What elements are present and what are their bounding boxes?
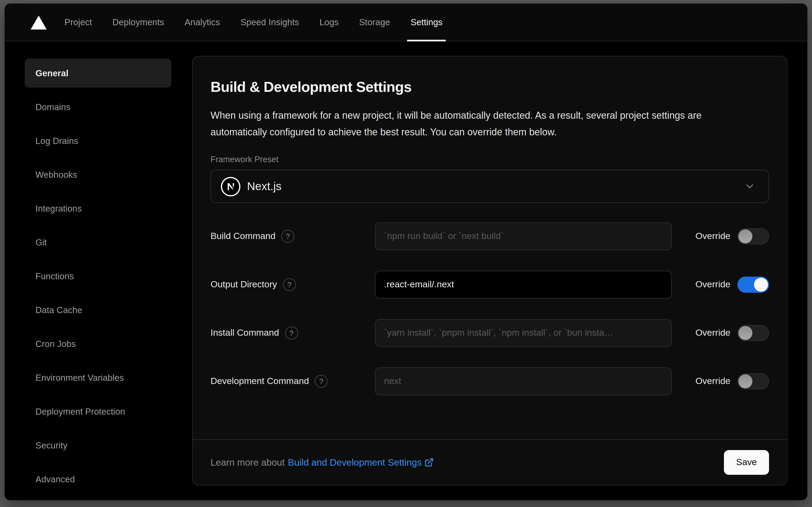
sidebar-item-log-drains[interactable]: Log Drains: [25, 126, 171, 155]
tab-logs[interactable]: Logs: [309, 4, 349, 41]
framework-preset-label: Framework Preset: [211, 155, 769, 164]
tab-analytics[interactable]: Analytics: [174, 4, 230, 41]
sidebar-item-git[interactable]: Git: [25, 228, 171, 257]
page-root: Project Deployments Analytics Speed Insi…: [0, 0, 812, 507]
nextjs-logo-icon: [221, 176, 241, 196]
install-command-override-toggle[interactable]: [737, 325, 769, 341]
sidebar-item-domains[interactable]: Domains: [25, 92, 171, 121]
build-command-input[interactable]: [375, 222, 672, 250]
toggle-knob: [739, 229, 752, 243]
output-directory-override-toggle[interactable]: [737, 277, 769, 293]
toggle-knob: [739, 326, 752, 340]
output-directory-override: Override: [695, 277, 769, 293]
card-footer: Learn more about Build and Development S…: [193, 439, 787, 485]
learn-more-prefix: Learn more about: [211, 457, 285, 468]
sidebar-list: General Domains Log Drains Webhooks Inte…: [5, 59, 192, 494]
sidebar-item-general[interactable]: General: [25, 59, 171, 88]
toggle-knob: [754, 278, 768, 292]
tab-deployments[interactable]: Deployments: [102, 4, 175, 41]
build-development-settings-card: Build & Development Settings When using …: [192, 56, 787, 486]
install-command-row: Install Command Override: [211, 319, 769, 347]
card-description: When using a framework for a new project…: [211, 107, 756, 141]
help-icon[interactable]: [285, 327, 298, 339]
install-command-override: Override: [695, 325, 769, 341]
sidebar-item-integrations[interactable]: Integrations: [25, 194, 171, 223]
sidebar-item-data-cache[interactable]: Data Cache: [25, 295, 171, 324]
settings-sidebar: General Domains Log Drains Webhooks Inte…: [5, 42, 192, 500]
vercel-logo-icon[interactable]: [31, 15, 47, 29]
sidebar-item-functions[interactable]: Functions: [25, 262, 171, 291]
development-command-row: Development Command Override: [211, 368, 769, 395]
help-icon[interactable]: [315, 375, 328, 388]
help-icon[interactable]: [281, 230, 294, 243]
sidebar-item-cron-jobs[interactable]: Cron Jobs: [25, 329, 171, 358]
field-label-text: Build Command: [211, 231, 276, 242]
development-command-label: Development Command: [211, 375, 375, 388]
install-command-input[interactable]: [375, 319, 672, 347]
sidebar-item-security[interactable]: Security: [25, 431, 171, 460]
framework-preset-select[interactable]: Next.js: [211, 170, 769, 203]
help-icon[interactable]: [283, 278, 296, 291]
field-label-text: Development Command: [211, 376, 309, 387]
external-link-icon: [424, 458, 434, 467]
sidebar-item-deployment-protection[interactable]: Deployment Protection: [25, 397, 171, 426]
save-button[interactable]: Save: [724, 450, 769, 475]
tab-storage[interactable]: Storage: [349, 4, 400, 41]
output-directory-row: Output Directory Override: [211, 271, 769, 299]
output-directory-label: Output Directory: [211, 278, 375, 291]
tab-speed-insights[interactable]: Speed Insights: [230, 4, 309, 41]
learn-more-text: Learn more about Build and Development S…: [211, 457, 434, 468]
sidebar-item-webhooks[interactable]: Webhooks: [25, 160, 171, 189]
chevron-down-icon: [744, 180, 756, 192]
top-navigation: Project Deployments Analytics Speed Insi…: [5, 4, 807, 41]
build-command-override: Override: [695, 228, 769, 244]
build-command-row: Build Command Override: [211, 222, 769, 250]
build-command-label: Build Command: [211, 230, 375, 243]
override-label: Override: [695, 376, 731, 387]
field-label-text: Output Directory: [211, 279, 277, 290]
override-label: Override: [695, 279, 731, 290]
command-settings-rows: Build Command Override Output Directory: [211, 222, 769, 395]
development-command-input[interactable]: [375, 368, 672, 395]
nav-tabs: Project Deployments Analytics Speed Insi…: [54, 4, 453, 41]
sidebar-item-advanced[interactable]: Advanced: [25, 464, 171, 494]
tab-settings[interactable]: Settings: [400, 4, 453, 41]
card-title: Build & Development Settings: [211, 79, 769, 96]
build-command-override-toggle[interactable]: [737, 228, 769, 244]
toggle-knob: [739, 374, 752, 388]
development-command-override: Override: [695, 373, 769, 389]
development-command-override-toggle[interactable]: [737, 373, 769, 389]
sidebar-item-environment-variables[interactable]: Environment Variables: [25, 363, 171, 392]
build-settings-docs-link[interactable]: Build and Development Settings: [288, 457, 434, 468]
app-window: Project Deployments Analytics Speed Insi…: [5, 4, 807, 500]
override-label: Override: [695, 328, 731, 338]
output-directory-input[interactable]: [375, 271, 672, 299]
link-text: Build and Development Settings: [288, 457, 421, 468]
tab-project[interactable]: Project: [54, 4, 102, 41]
field-label-text: Install Command: [211, 328, 279, 338]
install-command-label: Install Command: [211, 327, 375, 339]
framework-preset-value: Next.js: [247, 180, 281, 193]
override-label: Override: [695, 231, 731, 242]
